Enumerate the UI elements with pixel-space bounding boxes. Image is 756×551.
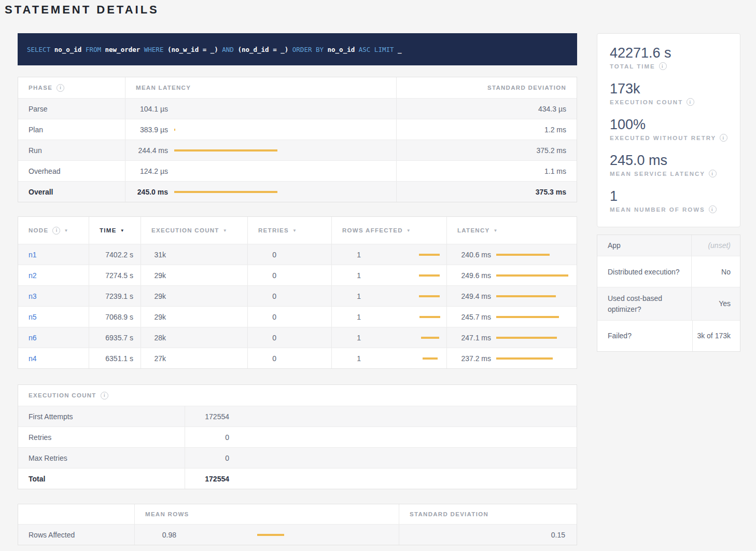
stddev-bar (496, 337, 557, 339)
stat-total-time: 42271.6 s TOTAL TIMEi (610, 45, 730, 70)
stddev-value: 1.1 ms (544, 167, 566, 175)
retries-value: 0 (258, 271, 276, 280)
info-icon[interactable]: i (709, 205, 717, 213)
stat-mean-number-of-rows: 1 MEAN NUMBER OF ROWSi (610, 188, 730, 213)
sort-desc-icon[interactable]: ▼ (494, 228, 498, 233)
info-icon[interactable]: i (709, 170, 717, 177)
attribute-label: Failed? (597, 321, 691, 351)
info-icon[interactable]: i (101, 392, 108, 400)
latency-bar (174, 168, 392, 175)
node-link[interactable]: n4 (29, 354, 37, 363)
sort-desc-icon[interactable]: ▼ (223, 228, 227, 233)
info-icon[interactable]: i (52, 227, 60, 235)
node-link[interactable]: n2 (29, 271, 37, 280)
count-value: 172554 (185, 412, 229, 421)
mean-latency-value: 104.1 µs (136, 105, 168, 113)
latency-value: 240.6 ms (457, 251, 491, 259)
latency-value: 249.6 ms (457, 271, 491, 280)
stddev-value: 0.15 (551, 531, 565, 539)
info-icon[interactable]: i (687, 98, 694, 106)
sql-identifier: _ (398, 46, 402, 53)
stddev-bar (496, 316, 559, 318)
table-row-overall: Overall 245.0 ms 375.3 ms (18, 181, 577, 202)
row-label: Rows Affected (29, 531, 75, 539)
phase-name: Plan (29, 126, 43, 134)
sort-desc-icon[interactable]: ▼ (120, 228, 124, 233)
stddev-bar (421, 337, 439, 339)
time-value: 6351.1 s (105, 354, 133, 363)
info-icon[interactable]: i (720, 134, 727, 142)
rows-affected-column-header[interactable]: ROWS AFFECTED ▼ (331, 217, 446, 244)
phase-column-header: PHASE i (18, 77, 125, 98)
latency-bar (174, 188, 392, 196)
latency-column-header[interactable]: LATENCY ▼ (446, 217, 577, 244)
table-row: n2 7274.5 s 29k 0 1 249.6 ms (18, 265, 577, 285)
latency-value: 249.4 ms (457, 292, 491, 300)
node-table-header: NODE i ▼ TIME ▼ EXECUTION COUNT ▼ RETRIE… (18, 217, 577, 244)
attribute-label: App (597, 235, 691, 256)
stddev-bar (419, 274, 440, 277)
attribute-label: Distributed execution? (597, 256, 691, 287)
count-value: 172554 (185, 475, 229, 483)
table-row: App (unset) (597, 235, 740, 256)
rows-affected-value: 1 (342, 292, 361, 300)
sql-keyword: ASC LIMIT (355, 46, 398, 53)
stat-executed-without-retry: 100% EXECUTED WITHOUT RETRYi (610, 117, 730, 142)
mean-latency-value: 383.9 µs (136, 126, 168, 134)
latency-value: 245.7 ms (457, 313, 491, 321)
exec-count-value: 28k (151, 334, 166, 342)
mean-latency-value: 244.4 ms (136, 146, 168, 155)
table-row: Failed? 3k of 173k (597, 320, 740, 351)
stddev-bar (174, 191, 277, 193)
node-link[interactable]: n1 (29, 251, 37, 259)
table-row: Run 244.4 ms 375.2 ms (18, 140, 577, 160)
retries-column-header[interactable]: RETRIES ▼ (247, 217, 331, 244)
table-row: Plan 383.9 µs 1.2 ms (18, 119, 577, 140)
latency-value: 247.1 ms (457, 334, 491, 342)
count-value: 0 (185, 454, 229, 462)
sort-desc-icon[interactable]: ▼ (292, 228, 297, 233)
retries-value: 0 (258, 292, 276, 300)
rows-affected-table-header: MEAN ROWS STANDARD DEVIATION (18, 504, 577, 524)
exec-count-value: 29k (151, 313, 166, 321)
rows-affected-value: 1 (342, 313, 361, 321)
node-link[interactable]: n3 (29, 292, 37, 300)
phase-latency-table: PHASE i MEAN LATENCY STANDARD DEVIATION … (18, 77, 577, 202)
table-row: Overhead 124.2 µs 1.1 ms (18, 160, 577, 181)
node-column-header[interactable]: NODE i ▼ (18, 217, 89, 244)
statement-attributes-table: App (unset) Distributed execution? No Us… (597, 235, 740, 352)
latency-bar (174, 147, 392, 154)
rows-affected-value: 1 (342, 354, 361, 363)
info-icon[interactable]: i (659, 62, 667, 70)
node-link[interactable]: n6 (29, 334, 37, 342)
execution-count-table-header: EXECUTION COUNT i (18, 385, 577, 406)
table-row: Used cost-based optimizer? Yes (597, 287, 740, 320)
standard-deviation-column-header: STANDARD DEVIATION (399, 504, 577, 524)
table-row: n4 6351.1 s 27k 0 1 237.2 ms (18, 348, 577, 368)
retries-value: 0 (258, 334, 276, 342)
sort-desc-icon[interactable]: ▼ (64, 228, 68, 233)
attribute-value: Yes (691, 287, 740, 320)
attribute-value: 3k of 173k (692, 321, 740, 351)
execution-count-column-header[interactable]: EXECUTION COUNT ▼ (141, 217, 247, 244)
table-row: Max Retries 0 (18, 447, 577, 468)
sql-keyword: ORDER BY (288, 46, 327, 53)
mean-latency-value: 245.0 ms (136, 188, 168, 196)
attribute-value: No (691, 256, 740, 287)
stddev-value: 375.3 ms (536, 188, 566, 196)
stat-mean-service-latency: 245.0 ms MEAN SERVICE LATENCYi (610, 153, 730, 177)
execution-count-table: EXECUTION COUNT i First Attempts 172554 … (18, 384, 577, 489)
stddev-bar (257, 534, 284, 536)
time-value: 7068.9 s (105, 313, 133, 321)
row-label: Retries (29, 433, 51, 442)
stat-execution-count: 173k EXECUTION COUNTi (610, 81, 730, 106)
info-icon[interactable]: i (57, 84, 64, 92)
phase-name: Parse (29, 105, 48, 113)
time-value: 7402.2 s (105, 251, 133, 259)
sort-desc-icon[interactable]: ▼ (407, 228, 411, 233)
node-link[interactable]: n5 (29, 313, 37, 321)
table-row: Rows Affected 0.98 0.15 (18, 524, 577, 545)
time-column-header[interactable]: TIME ▼ (89, 217, 141, 244)
mean-rows-column-header: MEAN ROWS (134, 504, 399, 524)
phase-name: Overhead (29, 167, 60, 175)
